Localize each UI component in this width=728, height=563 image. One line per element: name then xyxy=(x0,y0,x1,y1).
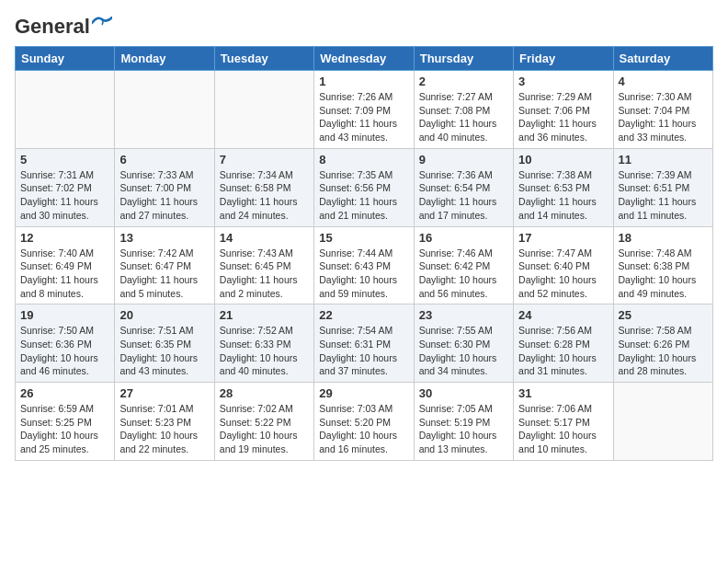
day-number: 12 xyxy=(20,231,109,245)
logo-bird-icon xyxy=(92,16,112,30)
calendar-day-cell: 20Sunrise: 7:51 AM Sunset: 6:35 PM Dayli… xyxy=(115,304,214,383)
logo-general-text: General xyxy=(15,15,90,39)
day-number: 3 xyxy=(518,75,608,88)
calendar-table: SundayMondayTuesdayWednesdayThursdayFrid… xyxy=(15,46,713,461)
day-header-saturday: Saturday xyxy=(613,47,712,71)
calendar-week-row: 1Sunrise: 7:26 AM Sunset: 7:09 PM Daylig… xyxy=(16,71,713,149)
day-number: 20 xyxy=(119,308,209,322)
calendar-day-cell: 1Sunrise: 7:26 AM Sunset: 7:09 PM Daylig… xyxy=(314,71,414,149)
day-info: Sunrise: 7:05 AM Sunset: 5:19 PM Dayligh… xyxy=(419,402,508,456)
day-number: 13 xyxy=(119,231,209,245)
calendar-week-row: 19Sunrise: 7:50 AM Sunset: 6:36 PM Dayli… xyxy=(16,304,713,383)
day-info: Sunrise: 7:26 AM Sunset: 7:09 PM Dayligh… xyxy=(319,90,408,144)
calendar-day-cell: 16Sunrise: 7:46 AM Sunset: 6:42 PM Dayli… xyxy=(414,226,513,304)
calendar-day-cell: 5Sunrise: 7:31 AM Sunset: 7:02 PM Daylig… xyxy=(16,148,115,226)
day-info: Sunrise: 7:30 AM Sunset: 7:04 PM Dayligh… xyxy=(619,90,708,144)
day-number: 25 xyxy=(619,308,708,322)
day-info: Sunrise: 7:52 AM Sunset: 6:33 PM Dayligh… xyxy=(220,324,309,378)
day-info: Sunrise: 7:02 AM Sunset: 5:22 PM Dayligh… xyxy=(220,402,309,456)
calendar-day-cell: 13Sunrise: 7:42 AM Sunset: 6:47 PM Dayli… xyxy=(115,226,214,304)
calendar-day-cell xyxy=(115,71,214,149)
day-number: 30 xyxy=(419,386,508,400)
calendar-day-cell: 28Sunrise: 7:02 AM Sunset: 5:22 PM Dayli… xyxy=(214,383,313,461)
calendar-day-cell: 27Sunrise: 7:01 AM Sunset: 5:23 PM Dayli… xyxy=(115,383,214,461)
calendar-day-cell: 21Sunrise: 7:52 AM Sunset: 6:33 PM Dayli… xyxy=(214,304,313,383)
day-info: Sunrise: 7:33 AM Sunset: 7:00 PM Dayligh… xyxy=(119,168,209,223)
day-number: 2 xyxy=(419,75,508,88)
calendar-day-cell: 14Sunrise: 7:43 AM Sunset: 6:45 PM Dayli… xyxy=(214,226,313,304)
calendar-day-cell: 18Sunrise: 7:48 AM Sunset: 6:38 PM Dayli… xyxy=(613,226,712,304)
day-info: Sunrise: 7:55 AM Sunset: 6:30 PM Dayligh… xyxy=(419,324,508,378)
calendar-week-row: 5Sunrise: 7:31 AM Sunset: 7:02 PM Daylig… xyxy=(16,148,713,226)
day-info: Sunrise: 7:34 AM Sunset: 6:58 PM Dayligh… xyxy=(220,168,309,223)
day-number: 14 xyxy=(220,231,309,245)
day-number: 11 xyxy=(619,153,708,167)
calendar-day-cell xyxy=(613,383,712,461)
day-number: 28 xyxy=(220,386,309,400)
day-number: 16 xyxy=(419,231,508,245)
day-number: 26 xyxy=(20,386,109,400)
day-number: 1 xyxy=(319,75,408,88)
day-info: Sunrise: 7:46 AM Sunset: 6:42 PM Dayligh… xyxy=(419,247,508,301)
calendar-day-cell: 4Sunrise: 7:30 AM Sunset: 7:04 PM Daylig… xyxy=(613,71,712,149)
day-info: Sunrise: 7:38 AM Sunset: 6:53 PM Dayligh… xyxy=(518,168,608,223)
day-info: Sunrise: 7:06 AM Sunset: 5:17 PM Dayligh… xyxy=(518,402,608,456)
day-number: 8 xyxy=(319,153,408,167)
calendar-day-cell: 6Sunrise: 7:33 AM Sunset: 7:00 PM Daylig… xyxy=(115,148,214,226)
day-info: Sunrise: 7:51 AM Sunset: 6:35 PM Dayligh… xyxy=(119,324,209,378)
day-info: Sunrise: 7:29 AM Sunset: 7:06 PM Dayligh… xyxy=(518,90,608,144)
calendar-day-cell: 29Sunrise: 7:03 AM Sunset: 5:20 PM Dayli… xyxy=(314,383,414,461)
day-header-thursday: Thursday xyxy=(414,47,513,71)
calendar-day-cell: 15Sunrise: 7:44 AM Sunset: 6:43 PM Dayli… xyxy=(314,226,414,304)
day-number: 7 xyxy=(220,153,309,167)
day-number: 31 xyxy=(518,386,608,400)
logo: General xyxy=(15,15,112,35)
day-info: Sunrise: 7:36 AM Sunset: 6:54 PM Dayligh… xyxy=(419,168,508,223)
calendar-day-cell: 24Sunrise: 7:56 AM Sunset: 6:28 PM Dayli… xyxy=(514,304,613,383)
day-header-friday: Friday xyxy=(514,47,613,71)
day-number: 10 xyxy=(518,153,608,167)
day-number: 18 xyxy=(619,231,708,245)
page-header: General xyxy=(15,15,713,35)
day-info: Sunrise: 7:27 AM Sunset: 7:08 PM Dayligh… xyxy=(419,90,508,144)
calendar-day-cell: 19Sunrise: 7:50 AM Sunset: 6:36 PM Dayli… xyxy=(16,304,115,383)
day-info: Sunrise: 7:48 AM Sunset: 6:38 PM Dayligh… xyxy=(619,247,708,301)
day-number: 27 xyxy=(119,386,209,400)
calendar-day-cell: 26Sunrise: 6:59 AM Sunset: 5:25 PM Dayli… xyxy=(16,383,115,461)
day-number: 24 xyxy=(518,308,608,322)
day-number: 5 xyxy=(20,153,109,167)
day-info: Sunrise: 7:35 AM Sunset: 6:56 PM Dayligh… xyxy=(319,168,408,223)
day-number: 15 xyxy=(319,231,408,245)
day-info: Sunrise: 7:54 AM Sunset: 6:31 PM Dayligh… xyxy=(319,324,408,378)
calendar-day-cell xyxy=(214,71,313,149)
day-info: Sunrise: 7:43 AM Sunset: 6:45 PM Dayligh… xyxy=(220,247,309,301)
day-header-monday: Monday xyxy=(115,47,214,71)
day-info: Sunrise: 7:50 AM Sunset: 6:36 PM Dayligh… xyxy=(20,324,109,378)
calendar-day-cell: 9Sunrise: 7:36 AM Sunset: 6:54 PM Daylig… xyxy=(414,148,513,226)
day-info: Sunrise: 7:47 AM Sunset: 6:40 PM Dayligh… xyxy=(518,247,608,301)
day-info: Sunrise: 7:44 AM Sunset: 6:43 PM Dayligh… xyxy=(319,247,408,301)
calendar-day-cell: 31Sunrise: 7:06 AM Sunset: 5:17 PM Dayli… xyxy=(514,383,613,461)
calendar-day-cell: 8Sunrise: 7:35 AM Sunset: 6:56 PM Daylig… xyxy=(314,148,414,226)
day-info: Sunrise: 7:42 AM Sunset: 6:47 PM Dayligh… xyxy=(119,247,209,301)
day-info: Sunrise: 7:56 AM Sunset: 6:28 PM Dayligh… xyxy=(518,324,608,378)
calendar-day-cell: 30Sunrise: 7:05 AM Sunset: 5:19 PM Dayli… xyxy=(414,383,513,461)
day-info: Sunrise: 6:59 AM Sunset: 5:25 PM Dayligh… xyxy=(20,402,109,456)
day-number: 22 xyxy=(319,308,408,322)
calendar-day-cell: 11Sunrise: 7:39 AM Sunset: 6:51 PM Dayli… xyxy=(613,148,712,226)
day-number: 17 xyxy=(518,231,608,245)
calendar-day-cell: 23Sunrise: 7:55 AM Sunset: 6:30 PM Dayli… xyxy=(414,304,513,383)
day-number: 9 xyxy=(419,153,508,167)
day-header-wednesday: Wednesday xyxy=(314,47,414,71)
day-info: Sunrise: 7:40 AM Sunset: 6:49 PM Dayligh… xyxy=(20,247,109,301)
calendar-day-cell xyxy=(16,71,115,149)
day-number: 4 xyxy=(619,75,708,88)
calendar-day-cell: 12Sunrise: 7:40 AM Sunset: 6:49 PM Dayli… xyxy=(16,226,115,304)
day-info: Sunrise: 7:01 AM Sunset: 5:23 PM Dayligh… xyxy=(119,402,209,456)
day-header-sunday: Sunday xyxy=(16,47,115,71)
day-number: 21 xyxy=(220,308,309,322)
calendar-week-row: 12Sunrise: 7:40 AM Sunset: 6:49 PM Dayli… xyxy=(16,226,713,304)
calendar-day-cell: 2Sunrise: 7:27 AM Sunset: 7:08 PM Daylig… xyxy=(414,71,513,149)
day-number: 29 xyxy=(319,386,408,400)
calendar-day-cell: 22Sunrise: 7:54 AM Sunset: 6:31 PM Dayli… xyxy=(314,304,414,383)
